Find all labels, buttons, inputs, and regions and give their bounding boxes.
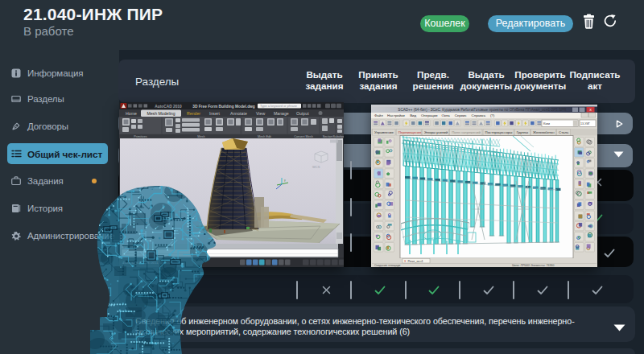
svg-text:Создание площади: Создание площади	[374, 264, 400, 267]
svg-text:WCS: WCS	[312, 165, 320, 169]
svg-text:Справка: Справка	[472, 113, 486, 117]
svg-text:Настройки: Настройки	[387, 113, 405, 117]
svg-text:Постпроцессоры: Постпроцессоры	[485, 130, 513, 134]
svg-text:Файл: Файл	[374, 113, 383, 117]
svg-text:View: View	[256, 111, 265, 116]
svg-text:Сервис: Сервис	[455, 113, 468, 117]
svg-text:Эпюры усилий: Эпюры усилий	[424, 130, 448, 134]
svg-text:AutoCAD 2010: AutoCAD 2010	[155, 105, 182, 109]
svg-text:Mesh: Mesh	[197, 135, 204, 138]
svg-text:y: y	[284, 179, 286, 182]
svg-text:Операции: Операции	[421, 113, 438, 117]
svg-text:Окна: Окна	[442, 113, 451, 117]
svg-text:SCAD++ (64-бит) - ЗСиС. Курдюм: SCAD++ (64-бит) - ЗСиС. Курдюмов Работа\…	[398, 108, 567, 112]
svg-text:Ком: Ком	[543, 121, 550, 126]
svg-text:Чило: ЛР640\ Элементы: 76360: Чило: ЛР640\ Элементы: 76360	[512, 264, 555, 267]
svg-text:Группы: Группы	[517, 130, 528, 134]
svg-text:Render: Render	[187, 111, 200, 116]
svg-text:Сталь: Сталь	[559, 130, 569, 134]
svg-text:Manage: Manage	[274, 111, 289, 116]
svg-text:(?): (?)	[490, 113, 495, 117]
svg-text:Output: Output	[296, 111, 309, 116]
svg-text:Section: Section	[323, 135, 333, 138]
svg-text:Primitives: Primitives	[134, 135, 147, 138]
svg-text:Insert: Insert	[209, 111, 221, 116]
svg-text:Управление: Управление	[374, 130, 394, 134]
svg-text:Железобетон: Железобетон	[533, 130, 555, 134]
svg-text:Mesh Edit: Mesh Edit	[258, 135, 272, 138]
svg-text:Annotate: Annotate	[230, 111, 247, 116]
svg-text:Subobject: Subobject	[333, 135, 344, 138]
svg-text:x: x	[589, 107, 592, 112]
svg-text:Mesh Modeling: Mesh Modeling	[147, 111, 175, 116]
svg-text:Поля напряжений: Поля напряжений	[452, 130, 481, 134]
svg-text:Вид: Вид	[410, 113, 416, 117]
svg-text:Home: Home	[126, 111, 137, 116]
svg-text:Convert Mesh: Convert Mesh	[294, 135, 313, 138]
svg-text:3D Free Form Building Model.dw: 3D Free Form Building Model.dwg	[192, 105, 255, 109]
svg-text:13-УИГ: 13-УИГ	[580, 122, 590, 126]
svg-text:Type a keyword or phrase: Type a keyword or phrase	[260, 104, 298, 108]
svg-text:Реал_осн1: Реал_осн1	[408, 260, 423, 263]
svg-text:Перемещения: Перемещения	[398, 130, 422, 134]
